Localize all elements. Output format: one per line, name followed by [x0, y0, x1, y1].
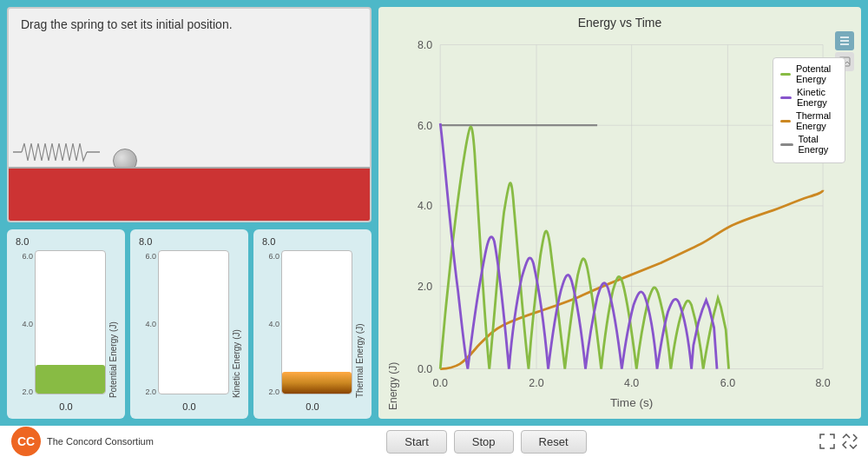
legend-total-label: Total Energy [799, 134, 838, 155]
kinetic-energy-gauge: 8.0 6.0 4.0 2.0 Kinetic Energy (J) 0.0 [130, 229, 248, 419]
start-button[interactable]: Start [386, 430, 446, 454]
simulation-instruction: Drag the spring to set its initial posit… [21, 17, 233, 31]
potential-gauge-title: Potential Energy (J) [108, 250, 118, 398]
chart-legend: Potental Energy Kinetic Energy Thermal E… [773, 57, 845, 163]
thermal-energy-gauge: 8.0 6.0 4.0 2.0 Thermal Energy (J) 0.0 [253, 229, 372, 419]
gauges-row: 8.0 6.0 4.0 2.0 Potential Energy (J) 0.0 [7, 229, 372, 419]
concord-logo-svg: CC [10, 426, 42, 457]
legend-list-icon[interactable] [835, 31, 854, 50]
svg-text:CC: CC [17, 434, 35, 448]
svg-text:4.0: 4.0 [624, 377, 639, 389]
sim-floor [9, 167, 370, 169]
kinetic-gauge-max: 8.0 [139, 236, 152, 247]
legend-potential: Potental Energy [780, 63, 838, 84]
svg-text:2.0: 2.0 [529, 377, 543, 389]
kinetic-gauge-title: Kinetic Energy (J) [232, 250, 241, 398]
fullscreen-icon[interactable] [819, 434, 835, 449]
legend-kinetic: Kinetic Energy [780, 87, 838, 108]
svg-text:4.0: 4.0 [418, 200, 432, 212]
legend-thermal-label: Thermal Energy [796, 110, 838, 131]
kinetic-gauge-min: 0.0 [182, 401, 195, 412]
concord-brand-text: The Concord Consortium [47, 435, 154, 447]
bottom-bar: CC The Concord Consortium Start Stop Res… [0, 426, 868, 457]
left-panel: Drag the spring to set its initial posit… [7, 7, 372, 419]
svg-text:6.0: 6.0 [720, 377, 735, 389]
svg-text:Time (s): Time (s) [610, 396, 653, 409]
right-panel: Energy vs Time Potental Energy Kinetic E… [378, 7, 861, 419]
legend-kinetic-line [780, 96, 792, 99]
chart-title: Energy vs Time [387, 16, 852, 30]
legend-potential-line [780, 73, 791, 76]
potential-gauge-track [35, 250, 106, 394]
legend-kinetic-label: Kinetic Energy [797, 87, 838, 108]
thermal-gauge-min: 0.0 [306, 401, 319, 412]
svg-text:0.0: 0.0 [433, 377, 448, 389]
sim-red-wall [9, 169, 370, 221]
svg-text:6.0: 6.0 [418, 120, 432, 132]
kinetic-gauge-track [158, 250, 229, 394]
thermal-gauge-max: 8.0 [262, 236, 275, 247]
thermal-gauge-track [281, 250, 352, 394]
potential-gauge-max: 8.0 [16, 236, 29, 247]
thermal-gauge-title: Thermal Energy (J) [355, 250, 365, 398]
stop-button[interactable]: Stop [454, 430, 514, 454]
legend-thermal: Thermal Energy [780, 110, 838, 131]
thermal-gauge-fill [282, 372, 352, 394]
svg-text:8.0: 8.0 [815, 377, 830, 389]
legend-potential-label: Potental Energy [796, 63, 838, 84]
simulation-area[interactable]: Drag the spring to set its initial posit… [7, 7, 372, 222]
reset-button[interactable]: Reset [521, 430, 587, 454]
y-axis-label: Energy (J) [387, 33, 399, 410]
concord-logo: CC The Concord Consortium [10, 426, 154, 457]
spring-svg[interactable] [13, 136, 126, 167]
svg-text:8.0: 8.0 [418, 39, 432, 51]
potential-gauge-min: 0.0 [59, 401, 72, 412]
svg-text:2.0: 2.0 [418, 281, 432, 293]
legend-total-line [780, 143, 793, 146]
fullscreen-controls [819, 434, 858, 449]
potential-gauge-fill [36, 365, 105, 394]
potential-energy-gauge: 8.0 6.0 4.0 2.0 Potential Energy (J) 0.0 [7, 229, 125, 419]
svg-text:0.0: 0.0 [418, 363, 432, 375]
fit-screen-icon[interactable] [842, 434, 858, 449]
legend-thermal-line [780, 120, 791, 123]
legend-total: Total Energy [780, 134, 838, 155]
bottom-buttons: Start Stop Reset [386, 430, 586, 454]
